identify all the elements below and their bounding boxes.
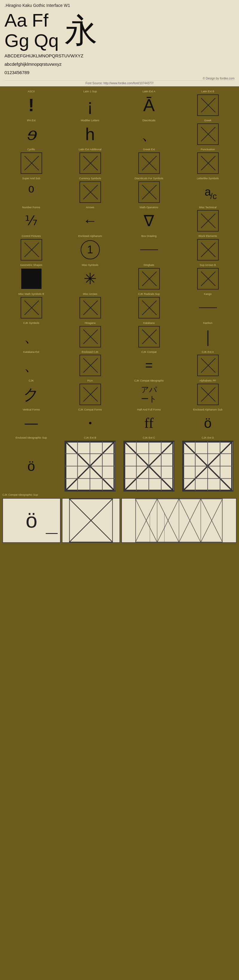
icon-greekext (121, 153, 177, 174)
label-greek: Greek (180, 119, 236, 122)
icon-alphabeticpf (180, 383, 236, 405)
icon-enclosedalpha: 1 (62, 239, 118, 261)
label-cjkextb: CJK Ext B (62, 436, 118, 439)
icon-cjkcompatforms (62, 413, 118, 433)
icon-diacfsymbols (121, 181, 177, 203)
cell-cyrillic: Cyrillic (2, 147, 60, 175)
cjk-ideo-sup-3 (121, 498, 237, 543)
cell-greek: Greek (179, 118, 237, 145)
label-cjkextd: CJK Ext D (180, 436, 236, 439)
icon-latin1sup: ¡ (62, 94, 118, 116)
icon-kango (180, 297, 236, 318)
cell-kanbun: Kanbun ｜ (179, 320, 237, 348)
label-controlpic: Control Pictures (3, 235, 59, 238)
icon-cjksymbols: 、 (3, 326, 59, 347)
icon-boxdrawing (121, 239, 177, 261)
icon-hiragana (62, 326, 118, 347)
digits: 0123456789 (5, 69, 234, 76)
icon-cjk: ク (3, 383, 59, 405)
label-suparrowsb: Sup Arrows B (180, 264, 236, 267)
icon-cjkradicalsup (121, 297, 177, 318)
icon-latinextadd (62, 153, 118, 174)
icon-controlpic (3, 239, 59, 261)
label-katakanaext: Katakana Ext (3, 350, 59, 354)
icon-halffull: ff (121, 413, 177, 433)
icon-cjkextc (121, 441, 177, 492)
label-modifier: Modifier Letters (62, 119, 118, 122)
cell-cjkradicalsup: CJK Radicals Sup (120, 291, 178, 319)
preview-gg: Gg (5, 30, 29, 51)
cell-cjkextd: CJK Ext D (179, 435, 237, 492)
cell-ascii: ASCII ! (2, 89, 60, 116)
label-diacriticals: Diacriticals (121, 119, 177, 122)
cell-alphabeticpf: Alphabetic PF (179, 378, 237, 406)
icon-misctech (180, 210, 236, 232)
icon-miscsymbols: ✳ (62, 268, 118, 290)
cell-latinextb: Latin Ext B (179, 89, 237, 116)
cell-numberforms: Number Forms ⅐ (2, 205, 60, 232)
cjk-ideo-sup-2 (62, 498, 120, 543)
label-cjkcompat: CJK Compat (121, 350, 177, 354)
cell-ipaext: IPA Ext ɘ (2, 118, 60, 145)
label-kanbun: Kanbun (180, 321, 236, 325)
icon-arrows: ← (62, 210, 118, 232)
icon-supersub: ⁰ (3, 181, 59, 203)
cell-miscsymbols: Misc Symbols ✳ (61, 262, 119, 290)
cell-diacriticals: Diacriticals 、 (120, 118, 178, 145)
icon-latinextb (180, 94, 236, 116)
label-miscsymbols: Misc Symbols (62, 264, 118, 267)
label-cjk: CJK (3, 379, 59, 382)
icon-miscarrows (62, 297, 118, 318)
character-grid: ASCII ! Latin 1 Sup ¡ Latin Ext A Ā Lati… (2, 89, 237, 492)
label-cjkcompatideosup: CJK Compat Ideographic Sup (2, 493, 237, 496)
cell-miscarrows: Misc Arrows (61, 291, 119, 319)
font-source: Font Source: http://www.fontke.com/font/… (5, 80, 234, 85)
label-arrows: Arrows (62, 206, 118, 209)
label-pua: PUA (62, 379, 118, 382)
cell-enclosedalphanumsub: Enclosed Alphanum Sub ö (179, 407, 237, 434)
icon-punctuation (180, 153, 236, 174)
icon-numberforms: ⅐ (3, 210, 59, 232)
cell-pua: PUA (61, 378, 119, 406)
alphabet-upper: ABCDEFGHIJKLMNOPQRSTUVWXYZ (5, 52, 234, 59)
cell-cjkcompatforms: CJK Compat Forms (61, 407, 119, 434)
cell-cjkcompat: CJK Compat = (120, 349, 178, 377)
label-latinextb: Latin Ext B (180, 90, 236, 93)
label-mathops: Math Operators (121, 206, 177, 209)
icon-enclosedalphanumsub: ö (180, 413, 236, 433)
icon-miscmathb (3, 297, 59, 318)
icon-cjkextb (62, 441, 118, 492)
cell-cjkextc: CJK Ext C (120, 435, 178, 492)
label-punctuation: Punctuation (180, 148, 236, 151)
font-title: .Hiragino Kaku Gothic Interface W1 (5, 3, 234, 8)
label-blockelements: Block Elements (180, 235, 236, 238)
preview-cjk: 永 (65, 14, 97, 47)
label-cjkcompatforms: CJK Compat Forms (62, 408, 118, 411)
cell-greekext: Greek Ext (120, 147, 178, 175)
label-miscmathb: Misc Math Symbols B (3, 293, 59, 296)
icon-cjkcompatideo: アパ ート (121, 383, 177, 405)
icon-letterlike: a /c (180, 181, 236, 203)
icon-katakana (121, 326, 177, 347)
cell-cjkexta: CJK Ext A (179, 349, 237, 377)
cell-blockelements: Block Elements (179, 233, 237, 261)
cell-vertforms: Vertical Forms — (2, 407, 60, 434)
icon-pua (62, 383, 118, 405)
label-misctech: Misc Technical (180, 206, 236, 209)
cell-geoshapes: Geometric Shapes (2, 262, 60, 290)
icon-mathops: ∇ (121, 210, 177, 232)
label-dingbats: Dingbats (121, 264, 177, 267)
label-letterlike: Letterlike Symbols (180, 177, 236, 180)
icon-cjkcompat: = (121, 355, 177, 376)
label-latin1sup: Latin 1 Sup (62, 90, 118, 93)
cell-controlpic: Control Pictures (2, 233, 60, 261)
label-hiragana: Hiragana (62, 321, 118, 325)
label-ascii: ASCII (3, 90, 59, 93)
cjk-ideo-sup-1: ö — (2, 498, 61, 543)
icon-kanbun: ｜ (180, 326, 236, 347)
cell-katakana: Katakana (120, 320, 178, 348)
cell-latinexta: Latin Ext A Ā (120, 89, 178, 116)
label-boxdrawing: Box Drawing (121, 235, 177, 238)
label-halffull: Half And Full Forms (121, 408, 177, 411)
icon-currency (62, 181, 118, 203)
